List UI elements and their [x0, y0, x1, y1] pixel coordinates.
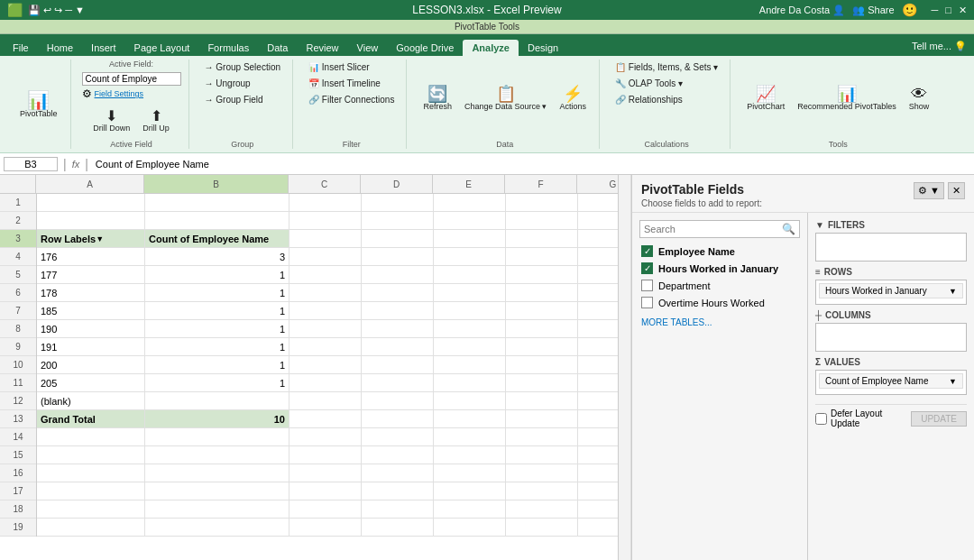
tab-page-layout[interactable]: Page Layout — [125, 40, 199, 56]
tab-data[interactable]: Data — [258, 40, 297, 56]
cell-e7[interactable] — [434, 302, 506, 320]
cell-b6[interactable]: 1 — [145, 284, 289, 302]
group-selection-btn[interactable]: → Group Selection — [200, 60, 286, 75]
insert-timeline-btn[interactable]: 📅 Insert Timeline — [304, 76, 399, 91]
cell-d7[interactable] — [362, 302, 434, 320]
cell-b1[interactable] — [145, 194, 289, 212]
cell-e9[interactable] — [434, 338, 506, 356]
change-data-source-btn[interactable]: 📋 Change Data Source ▾ — [459, 82, 553, 115]
cell-a11[interactable]: 205 — [37, 374, 145, 392]
minimize-btn[interactable]: ─ — [932, 5, 939, 15]
cell-f12[interactable] — [506, 392, 578, 410]
cell-f13[interactable] — [506, 410, 578, 428]
cell-f4[interactable] — [506, 248, 578, 266]
cell-c8[interactable] — [289, 320, 362, 338]
field-checkbox-overtime[interactable] — [641, 297, 653, 308]
tab-file[interactable]: File — [4, 40, 38, 56]
cell-d2[interactable] — [362, 212, 434, 230]
cell-f2[interactable] — [506, 212, 578, 230]
relationships-btn[interactable]: 🔗 Relationships — [611, 92, 722, 107]
pivottable-btn[interactable]: 📊 PivotTable — [14, 87, 63, 122]
cell-c3[interactable] — [289, 230, 362, 248]
field-checkbox-hours-january[interactable]: ✓ — [641, 262, 653, 274]
pivot-close-btn[interactable]: ✕ — [948, 182, 965, 199]
maximize-btn[interactable]: □ — [945, 5, 951, 15]
active-field-input[interactable] — [82, 72, 181, 86]
cell-d3[interactable] — [362, 230, 434, 248]
cell-e4[interactable] — [434, 248, 506, 266]
cell-c10[interactable] — [289, 356, 362, 374]
cell-f3[interactable] — [506, 230, 578, 248]
cell-f9[interactable] — [506, 338, 578, 356]
close-btn[interactable]: ✕ — [959, 5, 967, 16]
cell-a2[interactable] — [37, 212, 145, 230]
pivotchart-btn[interactable]: 📈 PivotChart — [741, 82, 790, 115]
cell-a6[interactable]: 178 — [37, 284, 145, 302]
columns-box[interactable] — [815, 323, 967, 352]
group-field-btn[interactable]: → Group Field — [200, 92, 286, 107]
cell-a4[interactable]: 176 — [37, 248, 145, 266]
cell-c12[interactable] — [289, 392, 362, 410]
show-btn[interactable]: 👁 Show — [904, 82, 935, 115]
insert-slicer-btn[interactable]: 📊 Insert Slicer — [304, 60, 399, 75]
cell-c1[interactable] — [289, 194, 362, 212]
more-tables-link[interactable]: MORE TABLES... — [639, 316, 800, 329]
field-item-employee-name[interactable]: ✓ Employee Name — [639, 243, 800, 259]
cell-f11[interactable] — [506, 374, 578, 392]
values-item-count[interactable]: Count of Employee Name ▼ — [819, 373, 963, 389]
cell-e13[interactable] — [434, 410, 506, 428]
share-btn[interactable]: 👥 Share — [852, 5, 894, 16]
cell-a12[interactable]: (blank) — [37, 392, 145, 410]
cell-b10[interactable]: 1 — [145, 356, 289, 374]
cell-d8[interactable] — [362, 320, 434, 338]
cell-d11[interactable] — [362, 374, 434, 392]
field-settings-btn[interactable]: Field Settings — [95, 89, 144, 98]
tab-home[interactable]: Home — [38, 40, 82, 56]
filters-box[interactable] — [815, 233, 967, 262]
refresh-btn[interactable]: 🔄 Refresh — [418, 82, 457, 115]
cell-a9[interactable]: 191 — [37, 338, 145, 356]
cell-d1[interactable] — [362, 194, 434, 212]
field-item-hours-january[interactable]: ✓ Hours Worked in January — [639, 261, 800, 276]
cell-b2[interactable] — [145, 212, 289, 230]
cell-b13[interactable]: 10 — [145, 410, 289, 428]
tab-insert[interactable]: Insert — [82, 40, 125, 56]
cell-d9[interactable] — [362, 338, 434, 356]
cell-c4[interactable] — [289, 248, 362, 266]
cell-c7[interactable] — [289, 302, 362, 320]
cell-d13[interactable] — [362, 410, 434, 428]
formula-input[interactable]: Count of Employee Name — [94, 157, 970, 171]
cell-d5[interactable] — [362, 266, 434, 284]
cell-b4[interactable]: 3 — [145, 248, 289, 266]
search-input[interactable] — [644, 224, 778, 234]
tab-analyze[interactable]: Analyze — [463, 40, 519, 56]
tab-view[interactable]: View — [348, 40, 388, 56]
cell-c6[interactable] — [289, 284, 362, 302]
cell-a7[interactable]: 185 — [37, 302, 145, 320]
cell-c9[interactable] — [289, 338, 362, 356]
actions-btn[interactable]: ⚡ Actions — [554, 82, 592, 115]
cell-e10[interactable] — [434, 356, 506, 374]
cell-b9[interactable]: 1 — [145, 338, 289, 356]
recommended-pivottables-btn[interactable]: 📊 Recommended PivotTables — [792, 82, 902, 115]
cell-e6[interactable] — [434, 284, 506, 302]
tab-design[interactable]: Design — [519, 40, 567, 56]
cell-reference[interactable]: B3 — [4, 157, 58, 171]
cell-f5[interactable] — [506, 266, 578, 284]
tab-review[interactable]: Review — [297, 40, 347, 56]
cell-d12[interactable] — [362, 392, 434, 410]
cell-c5[interactable] — [289, 266, 362, 284]
drill-down-btn[interactable]: ⬇ Drill Down — [87, 106, 135, 136]
cell-b12[interactable] — [145, 392, 289, 410]
cell-c11[interactable] — [289, 374, 362, 392]
cell-f6[interactable] — [506, 284, 578, 302]
cell-e1[interactable] — [434, 194, 506, 212]
drill-up-btn[interactable]: ⬆ Drill Up — [137, 106, 175, 136]
cell-a3[interactable]: Row Labels ▼ — [37, 230, 145, 248]
cell-f10[interactable] — [506, 356, 578, 374]
cell-f8[interactable] — [506, 320, 578, 338]
cell-a13[interactable]: Grand Total — [37, 410, 145, 428]
rows-item-hours[interactable]: Hours Worked in January ▼ — [819, 283, 963, 298]
cell-d10[interactable] — [362, 356, 434, 374]
cell-b7[interactable]: 1 — [145, 302, 289, 320]
